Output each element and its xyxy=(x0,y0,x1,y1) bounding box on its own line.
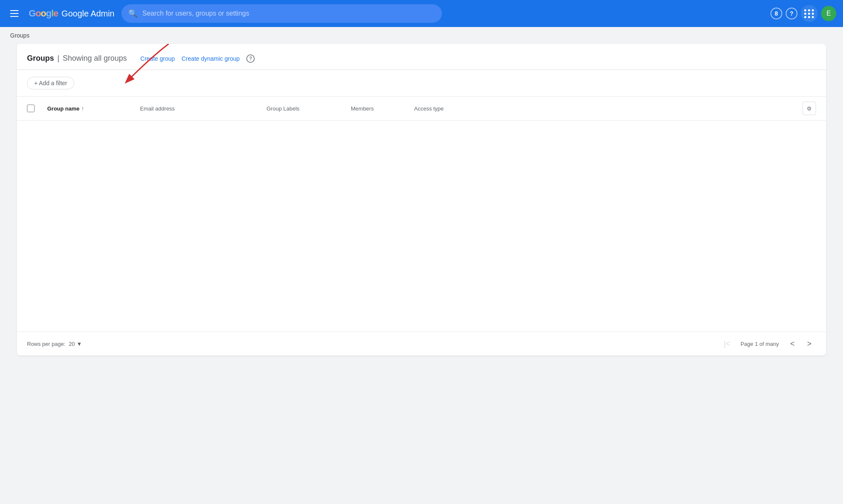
avatar[interactable]: E xyxy=(821,6,836,21)
col-labels: Group Labels xyxy=(267,105,351,112)
rows-per-page-select[interactable]: 20 ▼ xyxy=(69,341,82,347)
google-logo-text: Google xyxy=(29,8,58,19)
help-icon: ? xyxy=(790,10,794,17)
rows-per-page-value: 20 xyxy=(69,341,75,347)
page-info: Page 1 of many xyxy=(741,341,779,347)
col-access: Access type xyxy=(414,105,498,112)
table-header: Group name ↑ Email address Group Labels … xyxy=(17,97,826,121)
card-help-icon[interactable]: ? xyxy=(246,54,255,63)
avatar-label: E xyxy=(827,10,831,17)
pagination: |< Page 1 of many < > xyxy=(720,337,816,350)
table-footer: Rows per page: 20 ▼ |< Page 1 of many < … xyxy=(17,332,826,356)
col-group-name-label: Group name xyxy=(47,105,80,112)
card-actions: Create group Create dynamic group ? xyxy=(140,54,255,63)
card-title-sub: Showing all groups xyxy=(63,54,127,63)
menu-button[interactable] xyxy=(7,7,22,20)
select-all-checkbox[interactable] xyxy=(27,105,35,112)
col-access-label: Access type xyxy=(414,105,444,112)
top-actions: 8 ? E xyxy=(770,5,836,22)
card-header: Groups | Showing all groups Create group… xyxy=(17,44,826,70)
main-content: Groups | Showing all groups Create group… xyxy=(0,44,843,372)
col-members-label: Members xyxy=(351,105,374,112)
table-settings-button[interactable]: ⚙ xyxy=(803,102,816,115)
col-email-label: Email address xyxy=(140,105,175,112)
next-page-button[interactable]: > xyxy=(803,337,816,350)
grid-icon xyxy=(803,8,815,19)
card-title-separator: | xyxy=(57,54,59,63)
col-email: Email address xyxy=(140,105,267,112)
brand-name: Google Admin xyxy=(62,9,115,19)
search-bar[interactable]: 🔍 xyxy=(121,4,442,23)
app-grid-button[interactable] xyxy=(801,5,818,22)
top-navigation: Google Google Admin 🔍 8 ? E xyxy=(0,0,843,27)
add-filter-button[interactable]: + Add a filter xyxy=(27,77,74,89)
badge-label: 8 xyxy=(775,10,778,17)
rows-per-page-chevron-icon: ▼ xyxy=(77,341,82,347)
table-body xyxy=(17,121,826,332)
select-all-checkbox-cell xyxy=(27,105,47,112)
create-dynamic-group-link[interactable]: Create dynamic group xyxy=(182,55,240,62)
breadcrumb-text: Groups xyxy=(10,32,30,39)
groups-card: Groups | Showing all groups Create group… xyxy=(17,44,826,356)
rows-per-page-section: Rows per page: 20 ▼ xyxy=(27,341,82,347)
table-settings-icon: ⚙ xyxy=(807,105,812,112)
first-page-button[interactable]: |< xyxy=(720,337,734,350)
prev-page-button[interactable]: < xyxy=(786,337,799,350)
breadcrumb: Groups xyxy=(0,27,843,44)
filter-bar: + Add a filter xyxy=(17,70,826,97)
help-button[interactable]: ? xyxy=(786,8,797,19)
col-group-name[interactable]: Group name ↑ xyxy=(47,105,140,112)
card-title-main: Groups xyxy=(27,54,54,63)
create-group-link[interactable]: Create group xyxy=(140,55,175,62)
col-members: Members xyxy=(351,105,414,112)
badge-button[interactable]: 8 xyxy=(770,8,782,19)
card-title-section: Groups | Showing all groups xyxy=(27,54,127,63)
sort-arrow-icon: ↑ xyxy=(81,105,84,112)
search-input[interactable] xyxy=(143,10,435,17)
rows-per-page-label: Rows per page: xyxy=(27,341,65,347)
add-filter-label: + Add a filter xyxy=(34,80,67,86)
search-icon: 🔍 xyxy=(128,9,137,18)
col-labels-label: Group Labels xyxy=(267,105,299,112)
app-logo: Google Google Admin xyxy=(29,8,115,19)
